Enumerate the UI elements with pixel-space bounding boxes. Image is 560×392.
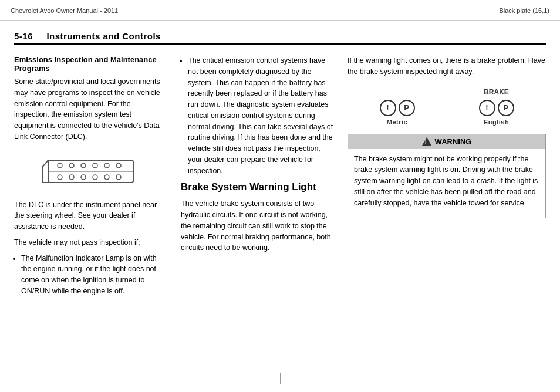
metric-label: Metric <box>387 119 407 126</box>
svg-point-10 <box>116 163 121 168</box>
emissions-para-1: Some state/provincial and local governme… <box>14 76 167 143</box>
svg-point-8 <box>93 163 97 168</box>
emissions-heading: Emissions Inspection and Maintenance Pro… <box>14 55 167 73</box>
col-middle: The critical emission control systems ha… <box>181 55 333 258</box>
english-icon-group: BRAKE ! P English <box>479 88 514 126</box>
middle-list: The critical emission control systems ha… <box>188 55 333 176</box>
section-title: Instruments and Controls <box>46 31 161 41</box>
brake-icons-area: ! P Metric BRAKE ! P English <box>348 88 546 126</box>
page-header: Chevrolet Aveo Owner Manual - 2011 Black… <box>0 0 560 21</box>
svg-point-13 <box>81 175 86 180</box>
english-label: English <box>484 119 509 126</box>
dlc-para: The DLC is under the instrument panel ne… <box>14 200 167 232</box>
warning-label: WARNING <box>435 137 472 146</box>
svg-line-1 <box>42 160 48 167</box>
metric-icons-row: ! P <box>380 100 415 116</box>
svg-point-9 <box>104 163 109 168</box>
dlc-svg <box>36 150 145 192</box>
footer-crosshair <box>274 373 286 384</box>
warning-text: The brake system might not be working pr… <box>354 154 539 209</box>
english-p-icon: P <box>498 100 514 116</box>
brake-paragraph: The vehicle brake system consists of two… <box>181 198 333 254</box>
svg-point-14 <box>93 175 97 180</box>
metric-icon-group: ! P Metric <box>380 100 415 126</box>
svg-point-11 <box>58 175 62 180</box>
main-columns: Emissions Inspection and Maintenance Pro… <box>14 55 546 302</box>
middle-list-item-0: The critical emission control systems ha… <box>188 55 333 176</box>
svg-point-12 <box>69 175 74 180</box>
col-left: Emissions Inspection and Maintenance Pro… <box>14 55 167 302</box>
page-content: 5-16 Instruments and Controls Emissions … <box>0 21 560 319</box>
header-crosshair <box>303 5 315 16</box>
english-exclamation-icon: ! <box>479 100 495 116</box>
right-intro: If the warning light comes on, there is … <box>348 55 546 77</box>
header-left: Chevrolet Aveo Owner Manual - 2011 <box>11 7 118 14</box>
brake-heading: Brake System Warning Light <box>181 181 333 194</box>
svg-point-6 <box>69 163 74 168</box>
brake-text-label: BRAKE <box>484 88 509 96</box>
left-list: The Malfunction Indicator Lamp is on wit… <box>21 253 167 297</box>
col-right: If the warning light comes on, there is … <box>348 55 546 218</box>
section-heading: 5-16 Instruments and Controls <box>14 31 546 45</box>
warning-body: The brake system might not be working pr… <box>348 149 545 218</box>
dlc-image <box>14 150 167 194</box>
left-list-item-0: The Malfunction Indicator Lamp is on wit… <box>21 253 167 297</box>
section-number: 5-16 <box>14 31 33 41</box>
page-footer <box>274 373 286 386</box>
svg-point-15 <box>104 175 109 180</box>
metric-p-icon: P <box>399 100 415 116</box>
svg-point-5 <box>58 163 62 168</box>
warning-box: WARNING The brake system might not be wo… <box>348 134 546 219</box>
svg-point-16 <box>116 175 121 180</box>
header-right: Black plate (16,1) <box>499 7 549 14</box>
inspection-para: The vehicle may not pass inspection if: <box>14 237 167 248</box>
svg-point-7 <box>81 163 86 168</box>
english-icons-row: ! P <box>479 100 514 116</box>
warning-triangle-icon <box>422 137 431 146</box>
metric-exclamation-icon: ! <box>380 100 396 116</box>
warning-header: WARNING <box>348 134 545 149</box>
